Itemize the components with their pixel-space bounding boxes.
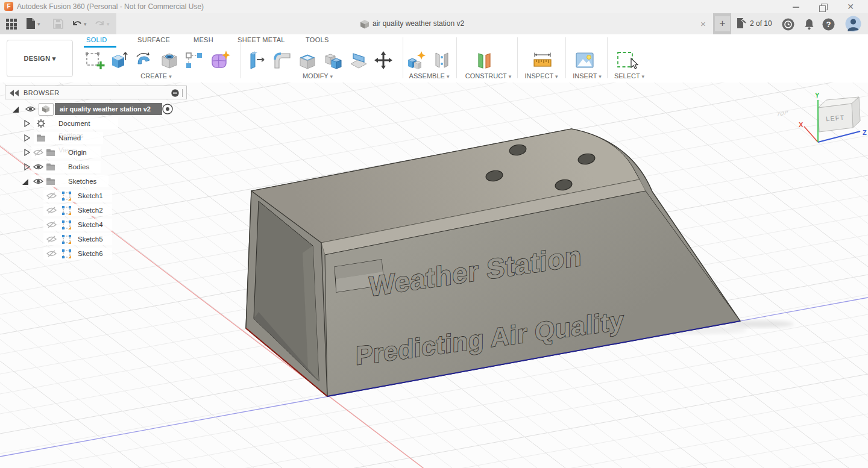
tree-item-label[interactable]: Bodies — [68, 161, 89, 173]
sketch-icon — [61, 249, 72, 259]
viewcube-z-label: Z — [863, 129, 867, 136]
visibility-eye-off-icon[interactable] — [46, 236, 57, 243]
redo-caret-icon: ▾ — [107, 21, 110, 27]
expander-closed-icon[interactable] — [24, 163, 30, 170]
group-label-select[interactable]: SELECT ▾ — [605, 72, 653, 81]
tree-item-label[interactable]: Sketch2 — [78, 204, 103, 216]
shell-button[interactable] — [297, 49, 318, 71]
close-button[interactable]: ✕ — [840, 0, 861, 13]
app-launcher-button[interactable] — [6, 19, 17, 30]
tab-mesh[interactable]: MESH — [193, 36, 213, 46]
ribbon-separator — [403, 37, 403, 78]
tree-item-label[interactable]: Sketch4 — [78, 219, 103, 231]
expander-open-icon[interactable] — [12, 106, 19, 113]
group-label-assemble[interactable]: ASSEMBLE ▾ — [403, 72, 455, 81]
new-component-button[interactable] — [406, 49, 427, 71]
redo-button[interactable] — [94, 18, 105, 31]
sketch-icon — [61, 205, 72, 216]
model-body[interactable]: Weather Station Predicting Air Quality — [246, 129, 740, 396]
viewport-canvas[interactable]: Weather Station Predicting Air Quality L… — [0, 83, 868, 468]
construct-plane-button[interactable] — [474, 49, 495, 71]
construct-plane-icon — [474, 49, 495, 71]
document-tab-close-icon[interactable]: × — [700, 13, 706, 34]
browser-row-root[interactable]: air quality weather station v2 — [0, 103, 187, 115]
document-tab[interactable]: air quality weather station v2 × — [116, 13, 713, 34]
version-count-label[interactable]: 2 of 10 — [750, 13, 772, 34]
group-label-construct[interactable]: CONSTRUCT ▾ — [460, 72, 517, 81]
folder-icon — [46, 163, 55, 171]
help-button[interactable]: ? — [822, 18, 835, 33]
hole-button[interactable] — [159, 49, 180, 71]
press-pull-button[interactable] — [245, 49, 267, 71]
visibility-eye-icon[interactable] — [33, 163, 43, 170]
insert-canvas-button[interactable] — [574, 49, 596, 71]
extrude-button[interactable] — [107, 49, 129, 71]
visibility-eye-off-icon[interactable] — [46, 221, 57, 228]
press-pull-icon — [245, 49, 267, 71]
tab-sheet-metal[interactable]: SHEET METAL — [237, 36, 285, 46]
rectangular-pattern-button[interactable] — [183, 49, 205, 71]
move-copy-button[interactable] — [373, 49, 394, 71]
activate-component-radio[interactable] — [162, 104, 173, 114]
file-menu-button[interactable] — [26, 17, 36, 32]
workspace-label: DESIGN ▾ — [24, 55, 55, 62]
measure-button[interactable] — [532, 49, 553, 71]
tree-item-label[interactable]: Sketch5 — [78, 233, 103, 245]
create-sketch-button[interactable] — [84, 49, 105, 71]
split-body-button[interactable] — [348, 49, 370, 71]
expander-closed-icon[interactable] — [24, 120, 30, 127]
create-form-button[interactable] — [209, 49, 231, 71]
undo-caret-icon[interactable]: ▾ — [84, 21, 87, 27]
visibility-eye-icon[interactable] — [25, 105, 36, 113]
group-label-insert[interactable]: INSERT ▾ — [563, 72, 611, 81]
move-icon — [373, 49, 394, 71]
workspace-switcher[interactable]: DESIGN ▾ — [7, 40, 73, 77]
visibility-eye-icon[interactable] — [33, 178, 43, 185]
tab-solid[interactable]: SOLID — [86, 36, 107, 46]
panel-drag-handle[interactable] — [182, 89, 183, 97]
save-button[interactable] — [53, 19, 63, 31]
root-document-label[interactable]: air quality weather station v2 — [55, 103, 162, 115]
undo-icon — [71, 18, 83, 29]
display-settings-icon[interactable] — [171, 89, 179, 97]
revolve-button[interactable] — [133, 49, 155, 71]
combine-button[interactable] — [322, 49, 344, 71]
minimize-button[interactable] — [785, 0, 806, 13]
tab-surface[interactable]: SURFACE — [137, 36, 170, 46]
job-status-button[interactable] — [782, 18, 794, 33]
expander-closed-icon[interactable] — [24, 149, 30, 156]
visibility-eye-off-icon[interactable] — [33, 149, 43, 156]
hole-icon — [159, 49, 180, 71]
save-icon — [53, 19, 63, 29]
fillet-button[interactable] — [271, 49, 293, 71]
restore-button[interactable] — [813, 0, 833, 13]
user-avatar[interactable] — [845, 16, 861, 34]
tab-tools[interactable]: TOOLS — [306, 36, 329, 46]
undo-button[interactable] — [71, 18, 83, 31]
tree-item-label[interactable]: Sketch6 — [78, 248, 103, 260]
visibility-eye-off-icon[interactable] — [46, 250, 57, 257]
expander-closed-icon[interactable] — [24, 134, 30, 142]
ribbon-separator — [456, 37, 457, 78]
tree-item-label[interactable]: Sketches — [68, 175, 96, 187]
question-icon: ? — [822, 18, 835, 31]
tree-item-label[interactable]: Sketch1 — [78, 190, 103, 202]
group-label-inspect[interactable]: INSPECT ▾ — [517, 72, 565, 81]
visibility-eye-off-icon[interactable] — [46, 207, 57, 214]
select-button[interactable] — [615, 49, 637, 71]
notifications-button[interactable] — [803, 18, 816, 33]
group-label-modify[interactable]: MODIFY ▾ — [294, 72, 342, 81]
group-label-create[interactable]: CREATE ▾ — [132, 72, 180, 81]
visibility-eye-off-icon[interactable] — [46, 192, 57, 199]
browser-panel-header[interactable]: BROWSER — [5, 86, 187, 99]
minimize-icon — [793, 7, 799, 8]
tree-item-label[interactable]: Origin — [68, 146, 87, 158]
measure-icon — [532, 49, 553, 71]
joint-button[interactable] — [431, 49, 453, 71]
mouse-cursor-icon — [631, 58, 638, 69]
shell-icon — [297, 49, 318, 71]
new-document-tab-button[interactable]: + — [715, 16, 730, 31]
file-menu-caret-icon[interactable]: ▾ — [37, 21, 40, 27]
expander-open-icon[interactable] — [22, 178, 29, 186]
collapse-browser-icon[interactable] — [10, 90, 19, 96]
